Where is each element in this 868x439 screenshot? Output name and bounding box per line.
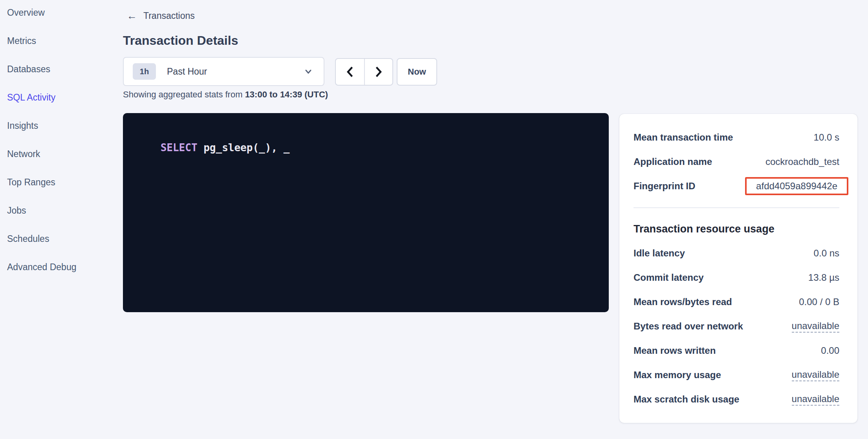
stat-row-commit-latency: Commit latency 13.8 µs xyxy=(634,265,839,290)
fingerprint-id-value: afdd4059a899442e xyxy=(756,181,837,192)
stat-row-mean-transaction-time: Mean transaction time 10.0 s xyxy=(634,125,839,150)
stat-value: cockroachdb_test xyxy=(765,156,839,167)
stat-value-unavailable[interactable]: unavailable xyxy=(792,393,839,406)
stat-label: Mean rows/bytes read xyxy=(634,296,732,307)
chevron-left-icon xyxy=(344,66,355,78)
stat-label: Mean rows written xyxy=(634,345,716,356)
card-divider xyxy=(634,207,839,208)
next-time-button[interactable] xyxy=(364,59,392,85)
stat-row-mean-rows-bytes-read: Mean rows/bytes read 0.00 / 0 B xyxy=(634,290,839,314)
stat-label: Max memory usage xyxy=(634,369,721,380)
stat-row-mean-rows-written: Mean rows written 0.00 xyxy=(634,338,839,363)
stat-row-application-name: Application name cockroachdb_test xyxy=(634,150,839,174)
stat-value: 0.00 / 0 B xyxy=(799,296,839,307)
previous-time-button[interactable] xyxy=(336,59,364,85)
resource-usage-section-title: Transaction resource usage xyxy=(634,223,839,235)
stat-label: Mean transaction time xyxy=(634,132,733,143)
stat-label: Fingerprint ID xyxy=(634,181,695,192)
stat-label: Application name xyxy=(634,156,712,167)
fingerprint-highlight-box: afdd4059a899442e xyxy=(745,177,848,195)
page-title: Transaction Details xyxy=(123,33,238,48)
stat-label: Commit latency xyxy=(634,272,704,283)
stat-label: Idle latency xyxy=(634,248,685,259)
stat-row-idle-latency: Idle latency 0.0 ns xyxy=(634,241,839,265)
now-button[interactable]: Now xyxy=(397,58,437,86)
breadcrumb-back-link[interactable]: ← Transactions xyxy=(127,10,195,21)
summary-time-range: 13:00 to 14:39 (UTC) xyxy=(245,90,328,99)
stat-value: 0.00 xyxy=(821,345,839,356)
stat-value: 10.0 s xyxy=(814,132,839,143)
stat-value: 13.8 µs xyxy=(808,272,839,283)
stat-row-fingerprint-id: Fingerprint ID afdd4059a899442e xyxy=(634,174,839,198)
resource-usage-rows: Idle latency 0.0 ns Commit latency 13.8 … xyxy=(634,241,839,412)
sql-keyword: SELECT xyxy=(161,142,198,154)
stat-label: Max scratch disk usage xyxy=(634,394,739,405)
sql-statement-box: SELECT pg_sleep(_), _ xyxy=(123,113,609,312)
aggregated-stats-summary: Showing aggregated stats from 13:00 to 1… xyxy=(123,90,328,100)
sql-statement-text: pg_sleep(_), _ xyxy=(198,142,290,154)
stat-label: Bytes read over network xyxy=(634,321,743,332)
stat-row-max-memory-usage: Max memory usage unavailable xyxy=(634,363,839,387)
time-range-selected: Past Hour xyxy=(167,66,207,77)
back-arrow-icon: ← xyxy=(127,11,137,21)
transaction-summary-card: Mean transaction time 10.0 s Application… xyxy=(619,114,857,423)
breadcrumb-label: Transactions xyxy=(143,11,195,21)
chevron-down-icon xyxy=(303,66,313,77)
time-nav-arrows xyxy=(335,58,393,86)
stat-row-max-scratch-disk-usage: Max scratch disk usage unavailable xyxy=(634,387,839,412)
stat-value-unavailable[interactable]: unavailable xyxy=(792,369,839,381)
main-content: ← Transactions Transaction Details 1h Pa… xyxy=(0,0,868,439)
stat-value-unavailable[interactable]: unavailable xyxy=(792,320,839,333)
stat-value: 0.0 ns xyxy=(814,248,839,259)
time-range-badge: 1h xyxy=(133,63,156,80)
chevron-right-icon xyxy=(373,66,384,78)
stat-row-bytes-read-over-network: Bytes read over network unavailable xyxy=(634,314,839,338)
time-range-dropdown[interactable]: 1h Past Hour xyxy=(123,57,324,86)
summary-prefix: Showing aggregated stats from xyxy=(123,90,245,99)
